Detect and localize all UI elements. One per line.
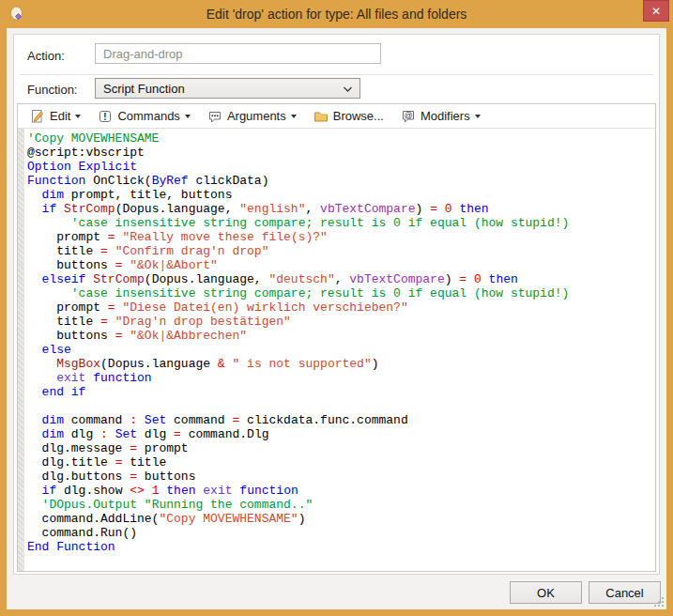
code-line: command.Run()	[27, 526, 655, 540]
svg-text:@: @	[405, 110, 413, 119]
dropdown-arrow-icon	[291, 115, 297, 118]
code-line: 'DOpus.Output "Running the command.."	[27, 498, 655, 512]
dropdown-arrow-icon	[75, 115, 81, 118]
code-line: dim command : Set command = clickdata.fu…	[27, 413, 655, 427]
code-line: else	[27, 343, 655, 357]
window-title: Edit 'drop' action for type: All files a…	[38, 0, 635, 28]
action-label: Action:	[27, 49, 65, 63]
editor-toolbar: Edit ! Commands	[18, 104, 655, 129]
ok-button[interactable]: OK	[510, 581, 582, 604]
separator	[20, 74, 653, 75]
dialog-window: Edit 'drop' action for type: All files a…	[0, 0, 673, 616]
modifiers-menu-label: Modifiers	[421, 109, 470, 123]
code-line	[27, 399, 655, 413]
dropdown-arrow-icon	[185, 115, 191, 118]
commands-menu-button[interactable]: ! Commands	[90, 106, 197, 127]
close-button[interactable]: ✕	[643, 0, 669, 22]
dialog-footer: OK Cancel	[510, 581, 661, 604]
editor-panel: Action: Function: Script Function	[13, 34, 660, 575]
modifiers-menu-button[interactable]: @ Modifiers	[393, 106, 488, 127]
code-line: if dlg.show <> 1 then exit function	[27, 484, 655, 498]
code-line: End Function	[27, 540, 655, 554]
code-line: prompt = "Diese Datei(en) wirklich versc…	[27, 300, 655, 315]
function-select[interactable]: Script Function	[95, 78, 360, 99]
code-area: 'Copy MOVEWHENSAME@script:vbscriptOption…	[27, 131, 655, 554]
code-line: Function OnClick(ByRef clickData)	[27, 174, 655, 188]
arguments-menu-button[interactable]: Arguments	[200, 106, 304, 127]
modifiers-icon: @	[401, 109, 416, 124]
app-icon	[8, 5, 25, 22]
code-line: dlg.buttons = buttons	[27, 470, 655, 484]
function-label: Function:	[27, 83, 77, 97]
code-line: MsgBox(Dopus.language & " is not support…	[27, 357, 655, 371]
commands-icon: !	[98, 109, 113, 124]
code-line: exit function	[27, 371, 655, 385]
code-line: dlg.title = title	[27, 455, 655, 470]
browse-button-label: Browse...	[333, 109, 384, 123]
chevron-down-icon	[343, 86, 353, 93]
code-line: if StrComp(Dopus.language, "english", vb…	[27, 202, 655, 216]
code-line: prompt = "Really move these file(s)?"	[27, 230, 655, 244]
code-line: buttons = "&Ok|&Abbrechen"	[27, 329, 655, 343]
function-select-value: Script Function	[103, 82, 185, 96]
code-line: buttons = "&Ok|&Abort"	[27, 258, 655, 272]
script-editor-box: Edit ! Commands	[17, 103, 656, 572]
code-line: 'case insensitive string compare; result…	[27, 286, 655, 300]
svg-text:!: !	[104, 111, 107, 121]
code-line: dlg.message = prompt	[27, 441, 655, 455]
resize-grip[interactable]	[653, 596, 665, 608]
code-line: title = "Drag'n drop bestätigen"	[27, 315, 655, 329]
dialog-content: Action: Function: Script Function	[7, 28, 666, 609]
close-icon: ✕	[651, 5, 661, 18]
code-line: command.AddLine("Copy MOVEWHENSAME")	[27, 512, 655, 526]
code-line: elseif StrComp(Dopus.language, "deutsch"…	[27, 272, 655, 286]
arguments-menu-label: Arguments	[227, 109, 286, 123]
dropdown-arrow-icon	[475, 115, 481, 118]
arguments-icon	[207, 109, 222, 124]
code-line: 'Copy MOVEWHENSAME	[27, 131, 655, 146]
code-line: @script:vbscript	[27, 146, 655, 160]
edit-menu-button[interactable]: Edit	[23, 106, 88, 127]
action-input[interactable]	[95, 43, 381, 64]
code-line: dim prompt, title, buttons	[27, 188, 655, 202]
edit-icon	[30, 109, 45, 124]
browse-button[interactable]: Browse...	[306, 106, 391, 127]
code-line: end if	[27, 385, 655, 399]
editor-gutter	[18, 129, 24, 571]
titlebar[interactable]: Edit 'drop' action for type: All files a…	[0, 0, 673, 28]
code-line: dim dlg : Set dlg = command.Dlg	[27, 427, 655, 441]
code-line: title = "Confirm drag'n drop"	[27, 244, 655, 258]
script-code-editor[interactable]: 'Copy MOVEWHENSAME@script:vbscriptOption…	[18, 129, 655, 571]
edit-menu-label: Edit	[50, 109, 70, 123]
code-line: Option Explicit	[27, 160, 655, 174]
browse-folder-icon	[314, 109, 329, 124]
commands-menu-label: Commands	[117, 109, 179, 123]
code-line: 'case insensitive string compare; result…	[27, 216, 655, 230]
cancel-button[interactable]: Cancel	[589, 581, 661, 604]
